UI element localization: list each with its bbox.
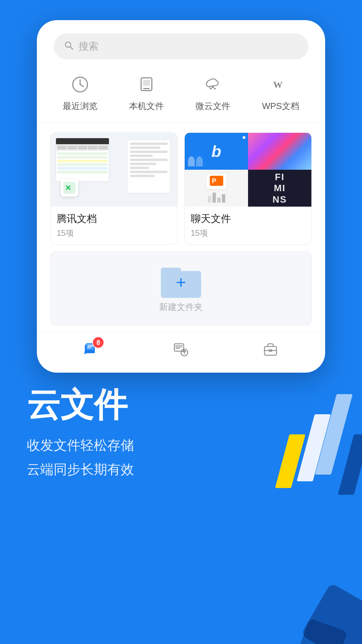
svg-text:P: P: [212, 177, 216, 184]
cloud-icon: [201, 73, 225, 96]
new-folder-label: 新建文件夹: [159, 301, 203, 313]
svg-point-8: [212, 86, 214, 88]
chat-thumb-colorful: [248, 133, 311, 170]
clock-icon: [68, 73, 92, 96]
svg-rect-7: [143, 80, 150, 86]
nav-wps-label: WPS文档: [262, 100, 299, 112]
files-nav-icon: 8: [81, 339, 102, 359]
tencent-doc-card[interactable]: ✕ 腾讯文档 15项: [50, 132, 178, 245]
svg-line-1: [70, 47, 73, 49]
tencent-doc-thumb: ✕: [51, 133, 177, 207]
deco-dark-stripe: [338, 434, 362, 495]
search-icon: [64, 40, 74, 53]
tools-nav-icon: [260, 339, 281, 359]
nav-weiyun[interactable]: 微云文件: [195, 73, 230, 112]
chat-files-count: 15项: [191, 228, 305, 238]
excel-badge-icon: ✕: [61, 179, 78, 197]
chat-files-card[interactable]: b P: [184, 132, 312, 245]
chat-thumb-blue: b: [185, 133, 248, 170]
svg-point-10: [214, 88, 216, 90]
tencent-doc-info: 腾讯文档 15项: [51, 207, 177, 245]
nav-tools-tab[interactable]: [260, 339, 281, 359]
blue-subtitle-line1: 收发文件轻松存储: [27, 438, 134, 452]
search-bar[interactable]: 搜索: [54, 34, 308, 59]
chat-files-info: 聊天文件 15项: [185, 207, 311, 245]
chat-thumb-ppt: P: [185, 170, 248, 207]
blue-section: 云文件 收发文件轻松存储 云端同步长期有效: [0, 359, 362, 515]
file-grid: ✕ 腾讯文档 15项 b: [37, 122, 325, 252]
new-folder-icon: +: [161, 264, 201, 298]
files-badge: 8: [92, 336, 104, 348]
nav-recent[interactable]: 最近浏览: [63, 73, 98, 112]
nav-local[interactable]: 本机文件: [129, 73, 164, 112]
svg-text:✕: ✕: [65, 184, 71, 192]
phone-card: 搜索 最近浏览 本机文件: [37, 20, 325, 373]
nav-recent-label: 最近浏览: [63, 100, 98, 112]
wps-icon: W: [269, 73, 292, 96]
svg-line-4: [80, 85, 83, 87]
chat-thumb-dark: FIMINS: [248, 170, 311, 207]
blue-title: 云文件: [27, 386, 335, 423]
nav-transfer-tab[interactable]: [171, 339, 191, 359]
chat-files-title: 聊天文件: [191, 212, 305, 226]
nav-files-tab[interactable]: 8: [81, 339, 102, 359]
transfer-nav-icon: [171, 339, 191, 359]
svg-point-9: [210, 88, 212, 90]
device-icon: [135, 73, 158, 96]
tencent-doc-title: 腾讯文档: [57, 212, 171, 226]
quick-nav: 最近浏览 本机文件 微云文件: [37, 69, 325, 122]
corner-decoration: [288, 570, 362, 644]
search-placeholder: 搜索: [78, 40, 99, 53]
nav-wps[interactable]: W WPS文档: [262, 73, 299, 112]
tencent-doc-count: 15项: [57, 228, 171, 238]
nav-weiyun-label: 微云文件: [195, 100, 230, 112]
chat-files-thumb: b P: [185, 133, 311, 207]
nav-local-label: 本机文件: [129, 100, 164, 112]
bottom-nav: 8: [37, 332, 325, 363]
svg-text:W: W: [273, 79, 283, 90]
blue-subtitle-line2: 云端同步长期有效: [27, 462, 134, 477]
new-folder-card[interactable]: + 新建文件夹: [50, 252, 312, 325]
